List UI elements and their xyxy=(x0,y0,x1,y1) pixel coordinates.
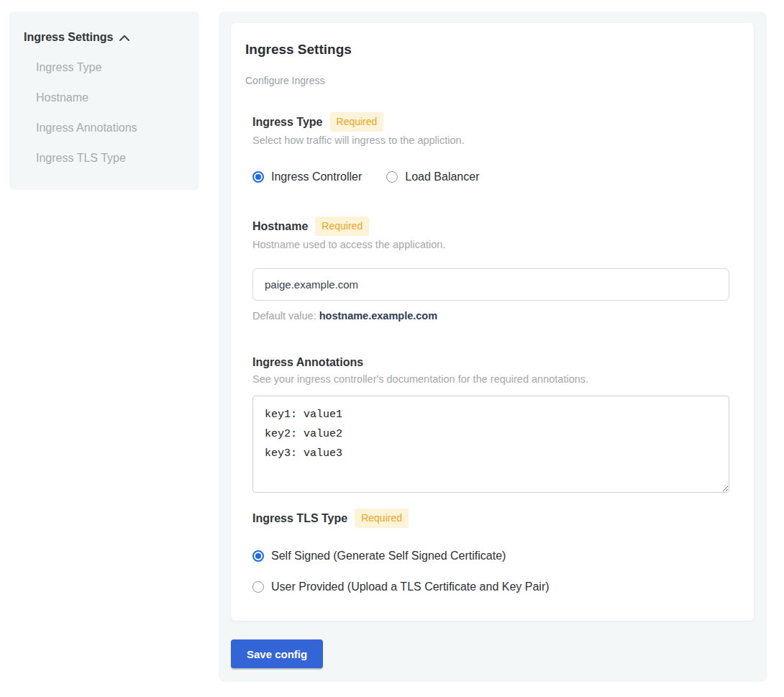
section-title-hostname: Hostname Required xyxy=(252,217,731,236)
page-title: Ingress Settings xyxy=(245,42,731,58)
page-subtitle: Configure Ingress xyxy=(245,75,731,86)
ingress-annotations-textarea[interactable]: key1: value1 key2: value2 key3: value3 xyxy=(252,396,729,493)
radio-ingress-controller[interactable] xyxy=(252,171,264,183)
required-badge: Required xyxy=(315,217,369,236)
radio-option-ingress-controller[interactable]: Ingress Controller xyxy=(252,170,362,183)
radio-label: Self Signed (Generate Self Signed Certif… xyxy=(271,550,506,562)
ingress-type-radio-group: Ingress Controller Load Balancer xyxy=(252,170,731,183)
section-label: Ingress Annotations xyxy=(252,355,363,370)
required-badge: Required xyxy=(355,509,409,528)
radio-label: Load Balancer xyxy=(405,170,479,183)
radio-option-self-signed[interactable]: Self Signed (Generate Self Signed Certif… xyxy=(252,550,731,562)
radio-load-balancer[interactable] xyxy=(386,171,398,183)
help-text-ingress-type: Select how traffic will ingress to the a… xyxy=(252,135,731,147)
sidebar-item-ingress-annotations[interactable]: Ingress Annotations xyxy=(36,122,188,135)
section-title-ingress-annotations: Ingress Annotations xyxy=(252,355,731,370)
save-config-button[interactable]: Save config xyxy=(231,639,323,668)
sidebar-item-hostname[interactable]: Hostname xyxy=(36,91,188,104)
section-ingress-type: Ingress Type Required Select how traffic… xyxy=(252,112,731,183)
tls-type-radio-group: Self Signed (Generate Self Signed Certif… xyxy=(252,550,731,593)
radio-self-signed[interactable] xyxy=(252,550,264,562)
radio-user-provided[interactable] xyxy=(252,581,264,593)
hostname-default-value: Default value: hostname.example.com xyxy=(252,310,731,322)
config-sections: Ingress Type Required Select how traffic… xyxy=(252,112,731,593)
sidebar-group-ingress-settings[interactable]: Ingress Settings xyxy=(24,31,188,44)
section-label: Ingress TLS Type xyxy=(252,511,347,527)
sidebar-item-ingress-tls-type[interactable]: Ingress TLS Type xyxy=(36,152,188,165)
radio-option-user-provided[interactable]: User Provided (Upload a TLS Certificate … xyxy=(252,580,731,593)
default-value-text: hostname.example.com xyxy=(319,310,437,322)
radio-option-load-balancer[interactable]: Load Balancer xyxy=(386,170,479,183)
help-text-hostname: Hostname used to access the application. xyxy=(252,239,731,251)
section-hostname: Hostname Required Hostname used to acces… xyxy=(252,217,731,322)
section-ingress-tls-type: Ingress TLS Type Required Self Signed (G… xyxy=(252,509,731,593)
section-label: Hostname xyxy=(252,219,308,234)
sidebar-group-label: Ingress Settings xyxy=(24,31,113,44)
hostname-input[interactable] xyxy=(252,268,729,301)
radio-label: User Provided (Upload a TLS Certificate … xyxy=(271,580,550,593)
section-label: Ingress Type xyxy=(252,114,323,130)
help-text-ingress-annotations: See your ingress controller's documentat… xyxy=(252,373,731,386)
sidebar-item-ingress-type[interactable]: Ingress Type xyxy=(36,61,188,74)
default-value-prefix: Default value: xyxy=(252,310,319,322)
chevron-up-icon xyxy=(119,35,129,42)
config-panel: Ingress Settings Configure Ingress Ingre… xyxy=(219,12,767,682)
section-title-ingress-tls-type: Ingress TLS Type Required xyxy=(252,509,731,528)
ingress-settings-card: Ingress Settings Configure Ingress Ingre… xyxy=(231,23,754,621)
section-title-ingress-type: Ingress Type Required xyxy=(252,112,731,132)
section-ingress-annotations: Ingress Annotations See your ingress con… xyxy=(252,355,731,493)
radio-label: Ingress Controller xyxy=(271,170,362,183)
config-nav-sidebar: Ingress Settings Ingress Type Hostname I… xyxy=(9,12,199,190)
required-badge: Required xyxy=(330,112,384,132)
